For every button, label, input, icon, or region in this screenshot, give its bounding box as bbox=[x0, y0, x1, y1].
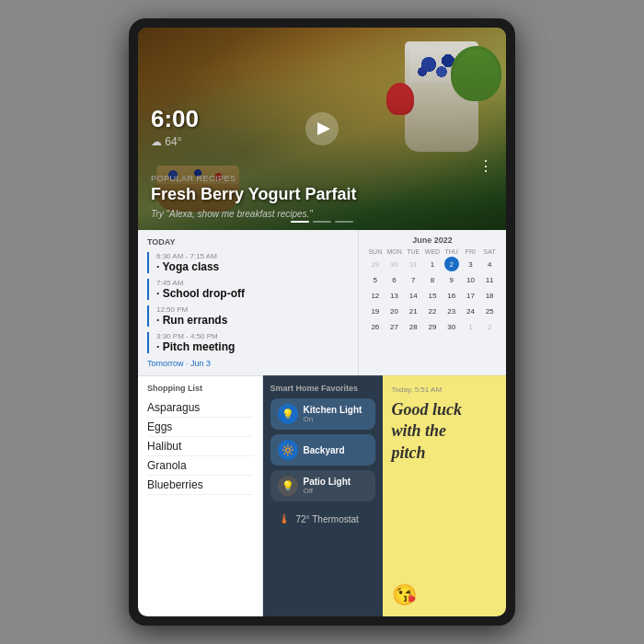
device-kitchen-light[interactable]: 💡 Kitchen Light On bbox=[270, 398, 375, 430]
cal-cell[interactable]: 18 bbox=[482, 288, 497, 303]
shopping-item-4[interactable]: Granola bbox=[147, 456, 253, 476]
schedule-time-1: 6:30 AM - 7:15 AM bbox=[156, 252, 349, 260]
hero-dot-2 bbox=[313, 221, 331, 223]
day-sat: SAT bbox=[480, 248, 499, 255]
schedule-panel: Today 6:30 AM - 7:15 AM · Yoga class 7:4… bbox=[138, 230, 359, 375]
thermostat-name: Thermostat bbox=[312, 514, 359, 524]
day-sun: SUN bbox=[366, 248, 385, 255]
shopping-item-2[interactable]: Eggs bbox=[147, 418, 253, 437]
shopping-item-5[interactable]: Blueberries bbox=[147, 476, 253, 495]
cal-cell[interactable]: 29 bbox=[425, 319, 440, 334]
note-timestamp: Today, 5:51 AM bbox=[392, 385, 498, 394]
cal-cell[interactable]: 15 bbox=[425, 288, 440, 303]
cal-cell[interactable]: 30 bbox=[387, 257, 402, 271]
cal-cell[interactable]: 25 bbox=[482, 304, 497, 318]
cal-cell[interactable]: 14 bbox=[406, 288, 420, 303]
hero-time: 6:00 bbox=[151, 105, 493, 133]
device-frame: 6:00 ☁ 64° Popular Recipes Fresh Berry Y… bbox=[129, 18, 515, 626]
patio-light-status: Off bbox=[304, 487, 368, 495]
schedule-item-3[interactable]: 12:50 PM · Run errands bbox=[147, 305, 349, 327]
thermostat-icon: 🌡 bbox=[278, 512, 291, 526]
thermostat-temp: 72° bbox=[296, 514, 310, 524]
patio-light-info: Patio Light Off bbox=[304, 477, 368, 495]
cal-cell[interactable]: 31 bbox=[406, 257, 420, 271]
hero-section: 6:00 ☁ 64° Popular Recipes Fresh Berry Y… bbox=[138, 28, 506, 230]
device-backyard[interactable]: 🔆 Backyard bbox=[270, 434, 375, 466]
cal-cell[interactable]: 3 bbox=[463, 257, 477, 271]
cal-cell[interactable]: 11 bbox=[482, 272, 497, 287]
schedule-item-4[interactable]: 3:30 PM - 4:50 PM · Pitch meeting bbox=[147, 332, 349, 353]
cal-cell[interactable]: 23 bbox=[444, 304, 459, 318]
patio-light-icon: 💡 bbox=[278, 476, 298, 496]
cal-cell[interactable]: 1 bbox=[463, 319, 477, 334]
schedule-more-label[interactable]: Tomorrow · Jun 3 bbox=[147, 359, 349, 368]
cal-cell[interactable]: 20 bbox=[387, 304, 402, 318]
thermostat-label: 72° Thermostat bbox=[296, 514, 359, 524]
cal-cell[interactable]: 27 bbox=[387, 319, 402, 334]
hero-dot-1 bbox=[291, 221, 309, 223]
cal-cell[interactable]: 10 bbox=[463, 272, 477, 287]
cal-cell[interactable]: 13 bbox=[387, 288, 402, 303]
cal-cell[interactable]: 19 bbox=[368, 304, 383, 318]
note-emoji: 😘 bbox=[392, 583, 498, 607]
kitchen-light-info: Kitchen Light On bbox=[304, 405, 368, 423]
smarthome-widget: Smart Home Favorites 💡 Kitchen Light On … bbox=[263, 375, 383, 616]
day-wed: WED bbox=[423, 248, 442, 255]
cal-cell[interactable]: 2 bbox=[482, 319, 497, 334]
schedule-title-1: · Yoga class bbox=[156, 260, 349, 273]
hero-category: Popular Recipes bbox=[151, 174, 493, 183]
schedule-time-2: 7:45 AM bbox=[156, 279, 349, 287]
cal-cell[interactable]: 29 bbox=[368, 257, 383, 271]
schedule-calendar-section: Today 6:30 AM - 7:15 AM · Yoga class 7:4… bbox=[138, 230, 506, 375]
cal-cell[interactable]: 16 bbox=[444, 288, 459, 303]
calendar-grid: 29 30 31 1 2 3 4 5 6 7 8 9 10 11 12 bbox=[366, 257, 499, 334]
cal-cell[interactable]: 4 bbox=[482, 257, 497, 271]
shopping-list-title: Shopping List bbox=[147, 384, 253, 393]
shopping-item-3[interactable]: Halibut bbox=[147, 437, 253, 456]
backyard-name: Backyard bbox=[304, 445, 368, 455]
hero-title: Fresh Berry Yogurt Parfait bbox=[151, 185, 493, 205]
cal-cell[interactable]: 1 bbox=[425, 257, 440, 271]
cal-cell[interactable]: 8 bbox=[425, 272, 440, 287]
shopping-item-1[interactable]: Asparagus bbox=[147, 398, 253, 418]
note-content: Good luckwith thepitch bbox=[392, 399, 498, 578]
cal-cell-today[interactable]: 2 bbox=[444, 257, 459, 271]
cal-cell[interactable]: 26 bbox=[368, 319, 383, 334]
schedule-title-2: · School drop-off bbox=[156, 287, 349, 300]
day-mon: MON bbox=[385, 248, 404, 255]
cal-cell[interactable]: 7 bbox=[406, 272, 420, 287]
schedule-time-3: 12:50 PM bbox=[156, 305, 349, 314]
schedule-item-2[interactable]: 7:45 AM · School drop-off bbox=[147, 279, 349, 300]
calendar-month-label: June 2022 bbox=[366, 236, 499, 245]
cal-cell[interactable]: 17 bbox=[463, 288, 477, 303]
calendar-day-headers: SUN MON TUE WED THU FRI SAT bbox=[366, 248, 499, 255]
cal-cell[interactable]: 30 bbox=[444, 319, 459, 334]
cal-cell[interactable]: 9 bbox=[444, 272, 459, 287]
schedule-title-4: · Pitch meeting bbox=[156, 340, 349, 353]
cal-cell[interactable]: 5 bbox=[368, 272, 383, 287]
patio-light-name: Patio Light bbox=[304, 477, 368, 487]
schedule-time-4: 3:30 PM - 4:50 PM bbox=[156, 332, 349, 340]
schedule-title-3: · Run errands bbox=[156, 314, 349, 327]
cal-cell[interactable]: 28 bbox=[406, 319, 420, 334]
day-fri: FRI bbox=[462, 248, 480, 255]
hero-more-button[interactable]: ⋮ bbox=[478, 157, 493, 175]
cal-cell[interactable]: 12 bbox=[368, 288, 383, 303]
cal-cell[interactable]: 21 bbox=[406, 304, 420, 318]
shopping-list-widget: Shopping List Asparagus Eggs Halibut Gra… bbox=[138, 375, 263, 616]
device-patio-light[interactable]: 💡 Patio Light Off bbox=[270, 470, 375, 501]
backyard-info: Backyard bbox=[304, 445, 368, 455]
hero-weather: ☁ 64° bbox=[151, 135, 493, 148]
schedule-today-label: Today bbox=[147, 237, 349, 247]
day-tue: TUE bbox=[404, 248, 422, 255]
cal-cell[interactable]: 6 bbox=[387, 272, 402, 287]
thermostat-device[interactable]: 🌡 72° Thermostat bbox=[270, 506, 375, 532]
day-thu: THU bbox=[443, 248, 461, 255]
widgets-section: Shopping List Asparagus Eggs Halibut Gra… bbox=[138, 375, 506, 616]
cal-cell[interactable]: 24 bbox=[463, 304, 477, 318]
schedule-item-1[interactable]: 6:30 AM - 7:15 AM · Yoga class bbox=[147, 252, 349, 273]
hero-subtitle: Try "Alexa, show me breakfast recipes." bbox=[151, 209, 493, 219]
smarthome-title: Smart Home Favorites bbox=[270, 384, 375, 393]
cal-cell[interactable]: 22 bbox=[425, 304, 440, 318]
kitchen-light-icon: 💡 bbox=[278, 404, 298, 424]
